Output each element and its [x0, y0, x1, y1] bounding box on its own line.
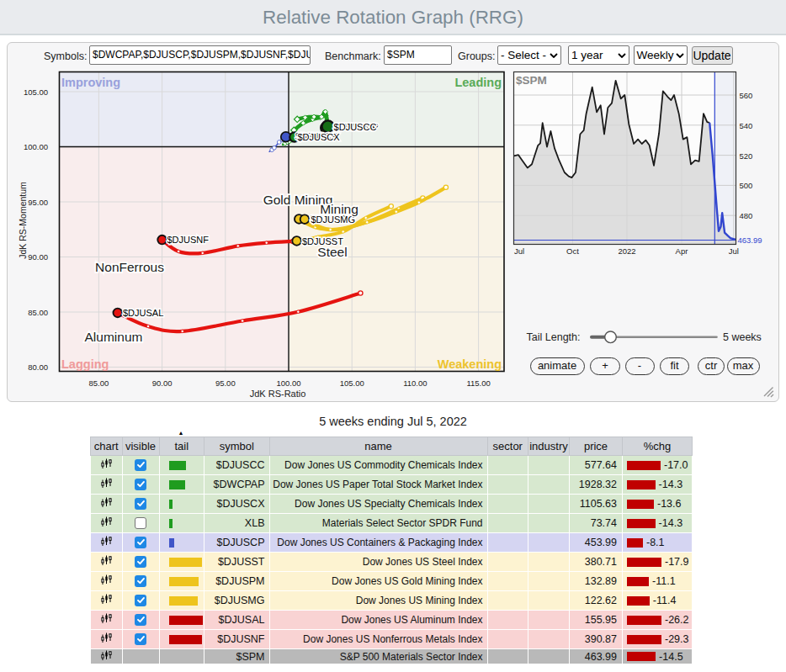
svg-text:480: 480 [740, 211, 753, 220]
svg-text:Weakening: Weakening [438, 357, 502, 371]
svg-text:110.00: 110.00 [403, 378, 427, 388]
svg-text:85.00: 85.00 [28, 308, 48, 317]
svg-text:Apr: Apr [676, 246, 688, 256]
svg-text:85.00: 85.00 [89, 378, 109, 388]
svg-text:463.99: 463.99 [738, 235, 762, 245]
svg-text:Tail Length:: Tail Length: [527, 331, 581, 343]
svg-text:115.00: 115.00 [466, 378, 490, 388]
svg-text:JdK RS-Ratio: JdK RS-Ratio [250, 389, 306, 399]
svg-text:Oct: Oct [566, 246, 579, 256]
svg-text:520: 520 [740, 151, 753, 161]
svg-text:$DJUSCC: $DJUSCC [334, 122, 377, 132]
svg-text:560: 560 [740, 91, 753, 100]
svg-text:Jul: Jul [729, 246, 739, 256]
svg-text:Mining: Mining [320, 202, 358, 216]
svg-text:95.00: 95.00 [215, 378, 236, 388]
svg-text:$DJUSNF: $DJUSNF [167, 235, 210, 245]
svg-text:105.00: 105.00 [24, 87, 48, 97]
svg-text:105.00: 105.00 [340, 378, 364, 388]
svg-text:500: 500 [740, 181, 753, 190]
svg-text:Improving: Improving [61, 76, 120, 89]
svg-text:JdK RS-Momentum: JdK RS-Momentum [18, 182, 28, 259]
svg-text:Aluminum: Aluminum [85, 330, 143, 344]
svg-text:80.00: 80.00 [28, 362, 48, 372]
svg-text:$DJUSCX: $DJUSCX [298, 132, 341, 142]
svg-text:2022: 2022 [618, 246, 635, 256]
svg-text:90.00: 90.00 [28, 252, 48, 262]
svg-text:NonFerrous: NonFerrous [95, 260, 164, 274]
svg-text:540: 540 [740, 121, 753, 130]
svg-text:95.00: 95.00 [28, 198, 48, 207]
svg-text:100.00: 100.00 [276, 378, 300, 388]
svg-text:Lagging: Lagging [61, 357, 109, 371]
svg-text:Leading: Leading [454, 76, 502, 89]
svg-text:Jul: Jul [514, 246, 524, 256]
svg-text:Steel: Steel [317, 245, 347, 259]
svg-text:90.00: 90.00 [152, 378, 173, 388]
svg-text:$DJUSAL: $DJUSAL [123, 308, 163, 318]
svg-text:5 weeks: 5 weeks [723, 331, 762, 343]
svg-text:$SPM: $SPM [516, 74, 547, 87]
svg-text:100.00: 100.00 [24, 142, 48, 151]
